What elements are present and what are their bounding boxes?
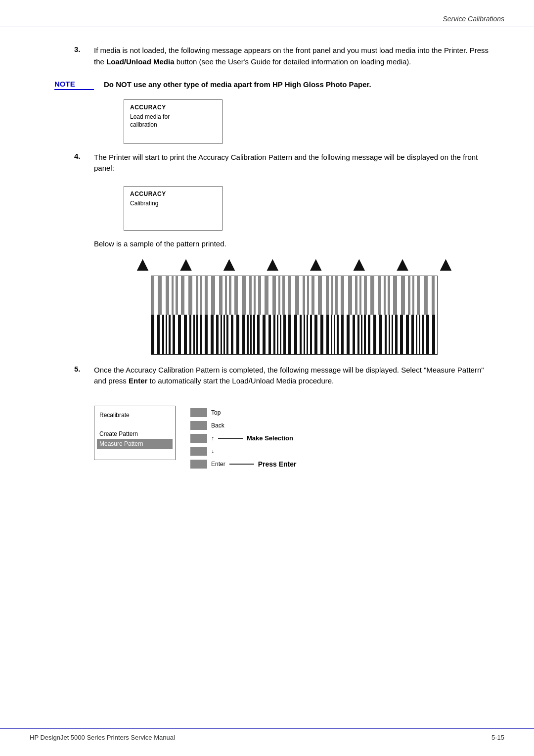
- arrow-7: ▲: [393, 254, 412, 274]
- svg-rect-181: [339, 315, 341, 354]
- svg-rect-99: [160, 315, 162, 354]
- svg-rect-0: [151, 276, 154, 315]
- svg-rect-213: [414, 315, 416, 354]
- panel-display-2: ACCURACY Calibrating: [124, 186, 222, 231]
- svg-rect-44: [282, 276, 285, 315]
- svg-rect-121: [208, 315, 211, 354]
- page-footer: HP DesignJet 5000 Series Printers Servic…: [0, 728, 534, 741]
- step-4-block: 4. The Printer will start to print the A…: [94, 152, 494, 174]
- svg-rect-166: [307, 315, 308, 354]
- btn-row-up: ↑ Make Selection: [190, 434, 297, 443]
- svg-rect-9: [178, 276, 181, 315]
- svg-rect-69: [357, 276, 359, 315]
- svg-rect-38: [265, 276, 268, 315]
- svg-rect-107: [175, 315, 178, 354]
- svg-rect-221: [429, 315, 432, 354]
- svg-rect-14: [196, 276, 198, 315]
- svg-rect-31: [246, 276, 249, 315]
- panel-display-1: ACCURACY Load media for calibration: [124, 99, 222, 144]
- svg-rect-189: [359, 315, 361, 354]
- btn-back-rect: [190, 421, 207, 430]
- svg-rect-7: [174, 276, 176, 315]
- svg-rect-77: [381, 276, 384, 315]
- btn-enter-label: Enter: [211, 461, 225, 468]
- svg-rect-13: [192, 276, 196, 315]
- svg-rect-62: [335, 276, 338, 315]
- svg-rect-105: [171, 315, 173, 354]
- svg-rect-135: [239, 315, 242, 354]
- svg-rect-177: [332, 315, 334, 354]
- svg-rect-194: [368, 315, 370, 354]
- btn-enter-rect: [190, 460, 207, 469]
- svg-rect-201: [387, 315, 389, 354]
- make-selection-label: Make Selection: [247, 434, 293, 442]
- svg-rect-170: [314, 315, 317, 354]
- footer-left: HP DesignJet 5000 Series Printers Servic…: [30, 734, 175, 741]
- svg-rect-27: [231, 276, 234, 315]
- svg-rect-130: [226, 315, 228, 354]
- panel1-title: ACCURACY: [130, 104, 216, 111]
- svg-rect-1: [154, 276, 158, 315]
- svg-rect-72: [364, 276, 367, 315]
- svg-rect-161: [297, 315, 300, 354]
- svg-rect-196: [373, 315, 376, 354]
- svg-rect-159: [291, 315, 294, 354]
- svg-rect-217: [420, 315, 422, 354]
- svg-rect-141: [252, 315, 253, 354]
- svg-rect-2: [158, 276, 162, 315]
- svg-rect-56: [318, 276, 322, 315]
- svg-rect-160: [294, 315, 297, 354]
- svg-rect-140: [250, 315, 252, 354]
- arrow-6: ▲: [350, 254, 369, 274]
- svg-rect-91: [420, 276, 424, 315]
- note-label: NOTE: [54, 79, 94, 90]
- line-horiz-1: [218, 438, 243, 439]
- svg-rect-85: [405, 276, 408, 315]
- svg-rect-110: [184, 315, 187, 354]
- svg-rect-17: [202, 276, 205, 315]
- svg-rect-98: [157, 315, 160, 354]
- svg-rect-145: [260, 315, 263, 354]
- svg-rect-168: [310, 315, 312, 354]
- svg-rect-174: [326, 315, 329, 354]
- svg-rect-4: [166, 276, 169, 315]
- btn-back-label: Back: [211, 422, 224, 429]
- svg-rect-122: [211, 315, 214, 354]
- svg-rect-104: [169, 315, 171, 354]
- svg-rect-198: [379, 315, 382, 354]
- svg-rect-180: [337, 315, 339, 354]
- arrow-3: ▲: [220, 254, 239, 274]
- svg-rect-49: [299, 276, 303, 315]
- step5-diagram: Recalibrate Create Pattern Measure Patte…: [94, 406, 494, 469]
- svg-rect-202: [389, 315, 390, 354]
- svg-rect-87: [410, 276, 412, 315]
- svg-rect-61: [333, 276, 335, 315]
- svg-rect-114: [193, 315, 195, 354]
- svg-rect-74: [370, 276, 374, 315]
- svg-rect-112: [189, 315, 191, 354]
- svg-rect-117: [198, 315, 200, 354]
- svg-rect-19: [208, 276, 211, 315]
- page-header: Service Calibrations: [0, 0, 534, 27]
- svg-rect-204: [392, 315, 393, 354]
- svg-rect-195: [370, 315, 373, 354]
- svg-rect-109: [181, 315, 184, 354]
- svg-rect-118: [200, 315, 202, 354]
- menu-item-recalibrate: Recalibrate: [99, 410, 170, 420]
- svg-rect-203: [390, 315, 392, 354]
- arrow-2: ▲: [176, 254, 196, 274]
- svg-rect-33: [252, 276, 254, 315]
- svg-rect-43: [280, 276, 282, 315]
- svg-rect-39: [268, 276, 272, 315]
- svg-rect-185: [350, 315, 353, 354]
- svg-rect-111: [187, 315, 189, 354]
- svg-rect-40: [272, 276, 276, 315]
- svg-rect-113: [191, 315, 193, 354]
- svg-rect-92: [424, 276, 428, 315]
- svg-rect-103: [167, 315, 169, 354]
- svg-rect-199: [382, 315, 385, 354]
- svg-rect-66: [348, 276, 352, 315]
- svg-rect-70: [359, 276, 361, 315]
- svg-rect-96: [151, 315, 154, 354]
- svg-rect-127: [222, 315, 223, 354]
